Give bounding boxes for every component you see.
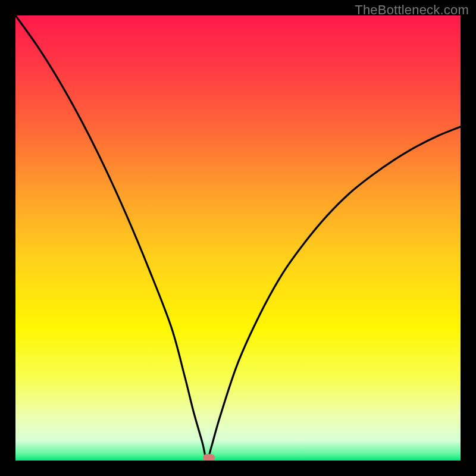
gradient-background xyxy=(15,15,461,461)
plot-area xyxy=(15,15,461,461)
minimum-marker xyxy=(203,454,215,461)
chart-svg xyxy=(15,15,461,461)
chart-container: TheBottleneck.com xyxy=(0,0,476,476)
watermark-text: TheBottleneck.com xyxy=(355,2,469,18)
